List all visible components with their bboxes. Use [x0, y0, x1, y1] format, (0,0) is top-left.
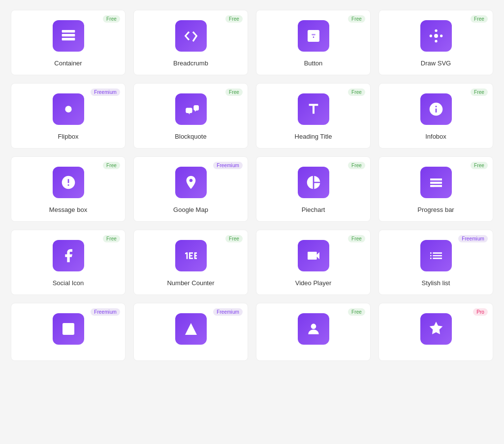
card-blockquote[interactable]: Free Blockquote [133, 83, 248, 148]
card-bottom-4[interactable]: Pro [378, 303, 493, 361]
badge-button: Free [348, 15, 365, 23]
badge-bottom-3: Free [348, 308, 365, 316]
badge-heading-title: Free [348, 89, 365, 96]
card-bottom-1[interactable]: Freemium [11, 303, 126, 361]
svg-rect-5 [430, 178, 438, 180]
icon-wrap-flipbox [53, 93, 84, 125]
svg-point-9 [311, 324, 316, 329]
badge-number-counter: Free [225, 235, 243, 242]
card-label-flipbox: Flipbox [58, 133, 79, 140]
card-label-blockquote: Blockquote [175, 133, 206, 140]
icon-wrap-bottom-4 [420, 313, 452, 345]
badge-blockquote: Free [225, 89, 243, 96]
widget-grid: Free Container Free Breadcrumb Free Butt… [11, 10, 493, 361]
icon-wrap-social-icon [53, 240, 84, 271]
card-heading-title[interactable]: Free Heading Title [256, 83, 371, 148]
icon-wrap-stylish-list [420, 240, 452, 271]
badge-piechart: Free [348, 162, 365, 169]
badge-google-map: Freemium [213, 162, 243, 169]
icon-wrap-draw-svg [420, 20, 452, 52]
icon-wrap-progress-bar [420, 167, 452, 198]
icon-wrap-video-player [298, 240, 329, 271]
icon-wrap-infobox [420, 93, 452, 125]
badge-social-icon: Free [103, 235, 120, 242]
icon-wrap-bottom-3 [298, 313, 329, 345]
badge-container: Free [103, 15, 120, 23]
icon-wrap-number-counter [175, 240, 207, 271]
card-infobox[interactable]: Free Infobox [378, 83, 493, 148]
card-number-counter[interactable]: Free Number Counter [133, 230, 248, 295]
badge-breadcrumb: Free [225, 15, 243, 23]
badge-bottom-1: Freemium [91, 308, 120, 316]
badge-progress-bar: Free [471, 162, 488, 169]
card-label-button: Button [304, 59, 323, 67]
svg-rect-7 [430, 185, 435, 187]
badge-infobox: Free [471, 89, 488, 96]
card-breadcrumb[interactable]: Free Breadcrumb [133, 10, 248, 75]
icon-wrap-bottom-2 [175, 313, 207, 345]
card-label-piechart: Piechart [302, 206, 325, 213]
svg-rect-0 [62, 30, 75, 32]
icon-wrap-piechart [298, 167, 329, 198]
svg-rect-2 [62, 38, 75, 40]
card-label-breadcrumb: Breadcrumb [173, 59, 208, 67]
card-container[interactable]: Free Container [11, 10, 126, 75]
card-flipbox[interactable]: Freemium Flipbox [11, 83, 126, 148]
card-label-video-player: Video Player [295, 279, 331, 287]
svg-rect-1 [62, 34, 75, 36]
card-stylish-list[interactable]: Freemium Stylish list [378, 230, 493, 295]
card-label-stylish-list: Stylish list [422, 279, 450, 287]
card-google-map[interactable]: Freemium Google Map [133, 156, 248, 222]
card-bottom-2[interactable]: Freemium [133, 303, 248, 361]
icon-wrap-message-box [53, 167, 84, 198]
card-social-icon[interactable]: Free Social Icon [11, 230, 126, 295]
card-label-message-box: Message box [49, 206, 87, 213]
card-message-box[interactable]: Free Message box [11, 156, 126, 222]
svg-rect-6 [430, 182, 440, 184]
badge-video-player: Free [348, 235, 365, 242]
card-label-number-counter: Number Counter [167, 279, 214, 287]
card-video-player[interactable]: Free Video Player [256, 230, 371, 295]
card-label-heading-title: Heading Title [295, 133, 332, 140]
badge-stylish-list: Freemium [458, 235, 488, 242]
badge-bottom-2: Freemium [213, 308, 243, 316]
icon-wrap-breadcrumb [175, 20, 207, 52]
badge-message-box: Free [103, 162, 120, 169]
icon-wrap-blockquote [175, 93, 207, 125]
badge-bottom-4: Pro [473, 308, 488, 316]
card-label-draw-svg: Draw SVG [421, 59, 451, 67]
icon-wrap-button [298, 20, 329, 52]
svg-point-3 [434, 34, 438, 38]
badge-draw-svg: Free [471, 15, 488, 23]
card-label-google-map: Google Map [173, 206, 208, 213]
card-bottom-3[interactable]: Free [256, 303, 371, 361]
card-piechart[interactable]: Free Piechart [256, 156, 371, 222]
card-draw-svg[interactable]: Free Draw SVG [378, 10, 493, 75]
icon-wrap-bottom-1 [53, 313, 84, 345]
card-label-container: Container [54, 59, 82, 67]
card-button[interactable]: Free Button [256, 10, 371, 75]
icon-wrap-container [53, 20, 84, 52]
icon-wrap-heading-title [298, 93, 329, 125]
badge-flipbox: Freemium [91, 89, 120, 96]
card-progress-bar[interactable]: Free Progress bar [378, 156, 493, 222]
card-label-infobox: Infobox [425, 133, 446, 140]
card-label-progress-bar: Progress bar [417, 206, 454, 213]
card-label-social-icon: Social Icon [53, 279, 84, 287]
icon-wrap-google-map [175, 167, 207, 198]
